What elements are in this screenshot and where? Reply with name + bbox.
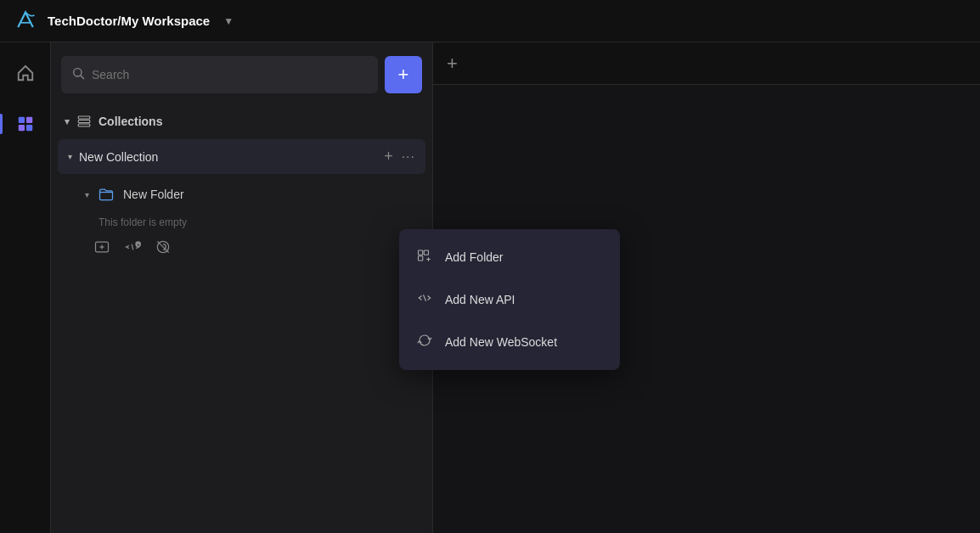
svg-rect-1 <box>25 117 31 123</box>
svg-rect-19 <box>424 250 428 255</box>
empty-folder-text: This folder is empty <box>51 211 432 233</box>
svg-rect-6 <box>78 116 90 119</box>
workspace-title: TechDoctor/My Workspace <box>48 14 210 28</box>
svg-text:+: + <box>137 242 139 247</box>
add-api-icon[interactable]: + <box>124 238 141 260</box>
add-request-icon[interactable] <box>93 238 110 260</box>
collections-panel: + ▾ Collections ▾ New Collection + ··· <box>51 42 433 533</box>
add-folder-label: Add Folder <box>445 250 503 264</box>
add-new-websocket-icon <box>416 333 433 351</box>
collections-chevron-icon[interactable]: ▾ <box>65 116 70 127</box>
svg-line-5 <box>81 76 84 79</box>
no-environment-icon[interactable] <box>155 238 172 260</box>
collections-header: ▾ Collections <box>51 107 432 136</box>
collection-more-icon[interactable]: ··· <box>402 149 415 165</box>
new-tab-button[interactable]: + <box>447 53 458 75</box>
search-input-wrapper[interactable] <box>61 56 378 93</box>
collections-storage-icon <box>76 114 92 129</box>
svg-rect-8 <box>78 124 90 126</box>
svg-line-22 <box>424 295 426 301</box>
search-input[interactable] <box>92 68 368 81</box>
add-collection-button[interactable]: + <box>385 56 422 93</box>
sidebar-item-home[interactable] <box>8 56 42 90</box>
collections-icon <box>16 115 35 133</box>
collection-add-icon[interactable]: + <box>384 148 393 166</box>
collection-label: New Collection <box>79 150 158 164</box>
workspace-chevron-icon[interactable]: ▼ <box>223 15 234 27</box>
dropdown-item-add-folder[interactable]: Add Folder <box>399 236 620 278</box>
search-icon <box>71 66 85 83</box>
svg-rect-0 <box>18 117 24 123</box>
dropdown-item-add-new-websocket[interactable]: Add New WebSocket <box>399 321 620 363</box>
svg-rect-7 <box>78 121 90 123</box>
add-folder-icon <box>416 248 433 266</box>
svg-line-12 <box>132 244 133 250</box>
svg-rect-17 <box>419 250 423 255</box>
collection-item-new-collection[interactable]: ▾ New Collection + ··· <box>58 139 425 174</box>
svg-rect-18 <box>419 256 423 261</box>
folder-icon <box>98 186 115 203</box>
folder-actions: + <box>51 233 432 268</box>
collections-label: Collections <box>99 115 162 128</box>
collection-item-right: + ··· <box>384 148 415 166</box>
sidebar-item-collections[interactable] <box>8 107 42 141</box>
folder-chevron-icon: ▾ <box>85 190 89 199</box>
add-new-api-icon <box>416 290 433 309</box>
app-logo <box>14 9 37 33</box>
dropdown-item-add-new-api[interactable]: Add New API <box>399 278 620 321</box>
icon-sidebar <box>0 42 51 533</box>
home-icon <box>16 64 35 82</box>
collection-item-left: ▾ New Collection <box>68 150 158 164</box>
svg-rect-2 <box>18 125 24 131</box>
add-new-api-label: Add New API <box>445 293 515 306</box>
dropdown-menu: Add Folder Add New API Add New WebSocket <box>399 229 620 370</box>
folder-item-new-folder[interactable]: ▾ New Folder <box>51 177 432 211</box>
topbar: TechDoctor/My Workspace ▼ <box>0 0 980 42</box>
collection-chevron-icon: ▾ <box>68 152 72 161</box>
content-topbar: + <box>433 42 980 85</box>
svg-rect-3 <box>25 125 31 131</box>
folder-label: New Folder <box>123 188 184 201</box>
search-bar-row: + <box>51 42 432 107</box>
add-new-websocket-label: Add New WebSocket <box>445 335 557 349</box>
